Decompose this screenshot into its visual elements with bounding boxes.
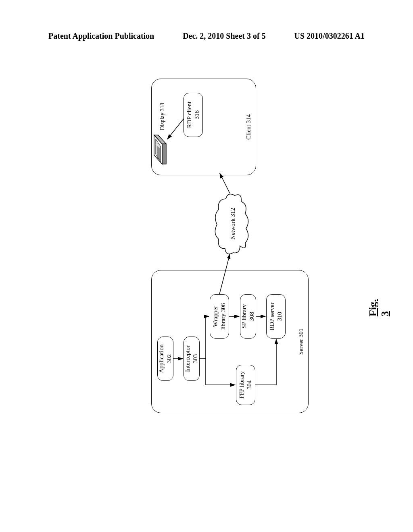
rdpclient-label: RDP client bbox=[186, 102, 193, 128]
wrapper-box: Wrapper library 306 bbox=[210, 294, 229, 339]
server-label: Server 301 bbox=[297, 328, 305, 355]
interceptor-box: Interceptor 303 bbox=[184, 337, 200, 381]
svg-line-15 bbox=[220, 173, 230, 193]
header-right: US 2010/0302261 A1 bbox=[294, 31, 365, 41]
rdpclient-num: 316 bbox=[193, 110, 201, 120]
rdpserver-num: 310 bbox=[276, 312, 284, 321]
application-num: 302 bbox=[165, 354, 173, 364]
server-container: Server 301 bbox=[151, 270, 309, 413]
figure-area: Server 301 Client 314 Application 302 In… bbox=[52, 73, 363, 415]
interceptor-label: Interceptor bbox=[184, 345, 192, 372]
ffp-box: FFP library 304 bbox=[236, 365, 255, 405]
figure-caption: Fig. 3 bbox=[367, 299, 391, 316]
wrapper-sub: library 306 bbox=[219, 303, 227, 330]
display-icon bbox=[145, 131, 171, 168]
diagram-rotated: Server 301 Client 314 Application 302 In… bbox=[103, 75, 313, 413]
sp-num: 308 bbox=[248, 312, 256, 321]
interceptor-num: 303 bbox=[192, 354, 199, 364]
svg-marker-1 bbox=[162, 144, 166, 164]
wrapper-label: Wrapper bbox=[212, 306, 219, 327]
application-label: Application bbox=[158, 345, 165, 373]
rdpserver-box: RDP server 310 bbox=[266, 294, 286, 339]
header-left: Patent Application Publication bbox=[48, 31, 154, 41]
network-cloud: Network 312 bbox=[214, 191, 250, 256]
header-center: Dec. 2, 2010 Sheet 3 of 5 bbox=[183, 31, 266, 41]
sp-box: SP library 308 bbox=[240, 294, 256, 339]
sp-label: SP library bbox=[240, 304, 248, 328]
client-label: Client 314 bbox=[245, 114, 252, 140]
ffp-num: 304 bbox=[246, 380, 253, 390]
application-box: Application 302 bbox=[157, 337, 173, 381]
display-label: Display 318 bbox=[159, 103, 166, 130]
rdpclient-box: RDP client 316 bbox=[184, 93, 203, 137]
network-label: Network 312 bbox=[229, 208, 236, 240]
rdpserver-label: RDP server bbox=[268, 302, 276, 330]
ffp-label: FFP library bbox=[238, 371, 246, 399]
